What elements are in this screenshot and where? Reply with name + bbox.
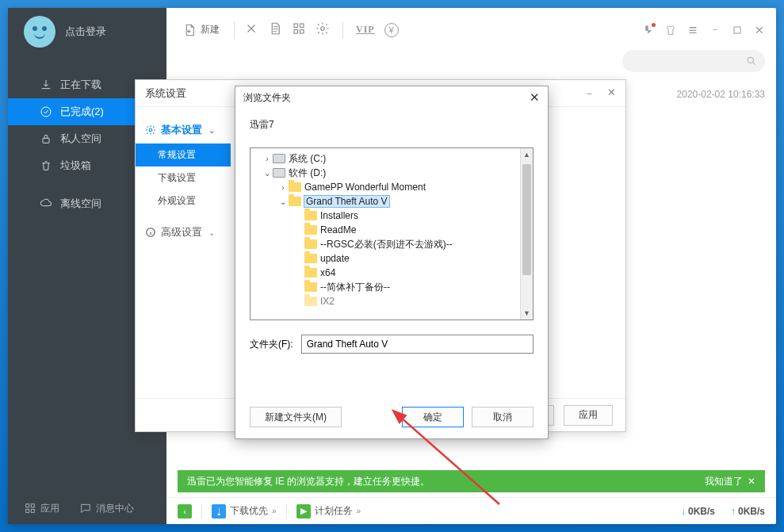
tree-item-rgsc[interactable]: --RGSC必装(否则进不去游戏)-- [250,237,533,251]
svg-point-12 [748,57,753,63]
svg-rect-6 [294,24,298,28]
settings-sub-appearance[interactable]: 外观设置 [136,189,231,212]
download-icon [40,78,52,91]
menu-chevron-icon[interactable]: ≡ [687,25,698,36]
tree-label: --RGSC必装(否则进不去游戏)-- [320,238,453,251]
notification-icon[interactable] [643,25,654,36]
ok-button[interactable]: 确定 [402,407,464,427]
tree-item-gamepp[interactable]: ›GamePP Wonderful Moment [250,180,533,194]
svg-point-0 [41,107,51,117]
svg-rect-9 [300,30,304,34]
chevron-double-icon: » [357,507,361,515]
tree-item-update[interactable]: update [250,251,533,266]
tree-item-cnpatch[interactable]: --简体补丁备份-- [250,280,533,294]
yen-icon[interactable]: ¥ [384,23,399,37]
tree-item-x64[interactable]: x64 [250,266,533,280]
tree-label: Installers [320,210,358,221]
scroll-thumb[interactable] [522,164,531,275]
new-folder-button[interactable]: 新建文件夹(M) [250,407,342,427]
status-bar: ‹ ⭭ 下载优先 » ▶ 计划任务 » ↓0KB/s ↑0KB/s [166,497,776,524]
sidebar-login[interactable]: 点击登录 [8,8,166,55]
file-icon[interactable] [268,21,282,38]
bottom-msg[interactable]: 消息中心 [79,502,134,515]
offline-icon [40,197,52,210]
folder-input[interactable] [301,335,534,354]
bottom-apps[interactable]: 应用 [24,502,59,515]
status-dl-priority[interactable]: ⭭ 下载优先 » [212,504,277,519]
close-icon[interactable]: ✕ [748,476,755,487]
separator [234,21,235,39]
new-button[interactable]: 新建 [178,20,224,40]
speed-down-value: 0KB/s [688,506,715,517]
tree-label: Grand Theft Auto V [304,196,389,207]
collapse-icon[interactable]: ⌄ [277,197,289,206]
search-input[interactable] [622,50,765,72]
expand-icon[interactable]: › [262,155,273,163]
settings-sub-general[interactable]: 常规设置 [136,144,231,166]
tree-item-d[interactable]: ⌄软件 (D:) [250,166,533,180]
tree-label: GamePP Wonderful Moment [304,182,426,193]
settings-sidebar: 基本设置 ⌄ 常规设置 下载设置 外观设置 高级设置 ⌄ [136,107,231,398]
collapse-icon[interactable]: ⌄ [262,169,273,178]
browse-folder-dialog: 浏览文件夹 ✕ 迅雷7 ▲ ▼ ›系统 (C:) ⌄软件 (D:) ›GameP… [235,86,549,439]
tree-item-installers[interactable]: Installers [250,209,533,223]
close-icon[interactable]: ✕ [530,90,540,105]
drive-icon [273,154,285,163]
folder-icon [304,225,317,235]
svg-rect-8 [294,30,298,34]
tree-item-readme[interactable]: ReadMe [250,223,533,237]
dialog-title: 浏览文件夹 [243,91,291,105]
header: 新建 VIP ¥ ≡ － ✕ [166,8,776,52]
status-plan[interactable]: ▶ 计划任务 » [296,504,361,519]
tree-item-more[interactable]: IX2 [250,294,533,308]
tip-ok[interactable]: 我知道了 ✕ [705,475,755,488]
tree-item-c[interactable]: ›系统 (C:) [250,151,533,166]
tip-bar: 迅雷已为您智能修复 IE 的浏览器支持，建立任务更快捷。 我知道了 ✕ [178,470,765,492]
settings-sub-download[interactable]: 下载设置 [136,166,231,189]
bolt-icon: ⭭ [212,504,226,519]
grid-icon[interactable] [292,21,306,38]
tip-text: 迅雷已为您智能修复 IE 的浏览器支持，建立任务更快捷。 [187,475,430,488]
apply-button[interactable]: 应用 [564,405,613,426]
folder-tree[interactable]: ▲ ▼ ›系统 (C:) ⌄软件 (D:) ›GamePP Wonderful … [250,147,534,320]
settings-cat-advanced[interactable]: 高级设置 ⌄ [136,219,231,246]
chat-icon [79,502,92,515]
gear-icon[interactable] [316,21,330,38]
bottom-msg-label: 消息中心 [96,502,134,515]
close-icon[interactable]: ✕ [754,25,765,36]
skin-icon[interactable] [665,25,676,36]
bottom-apps-label: 应用 [40,502,59,515]
tree-label: --简体补丁备份-- [320,281,390,294]
scroll-up-icon[interactable]: ▲ [521,148,533,161]
chevron-double-icon: » [272,507,277,515]
delete-icon[interactable] [244,21,258,38]
file-date: 2020-02-02 10:16:33 [677,89,765,100]
svg-rect-11 [734,27,740,33]
scroll-down-icon[interactable]: ▼ [521,307,533,320]
cancel-button[interactable]: 取消 [472,407,534,427]
folder-icon [304,282,317,292]
lock-icon [40,132,52,145]
status-chip-left[interactable]: ‹ [178,504,192,519]
sidebar-label: 正在下载 [60,78,101,92]
trash-icon [40,159,52,172]
close-icon[interactable]: ✕ [607,86,616,101]
login-label: 点击登录 [65,25,106,39]
status-plan-label: 计划任务 [315,504,353,518]
minimize-icon[interactable]: － [584,86,595,101]
dialog-footer: 新建文件夹(M) 确定 取消 [235,402,548,438]
minimize-icon[interactable]: － [709,25,721,36]
speed-up-value: 0KB/s [738,506,765,517]
check-icon [40,105,52,118]
speed-up: ↑0KB/s [731,506,765,517]
separator [342,21,343,39]
sidebar-label: 私人空间 [60,132,101,146]
tree-item-gta[interactable]: ⌄Grand Theft Auto V [250,194,533,209]
maximize-icon[interactable] [732,25,743,36]
settings-cat-basic[interactable]: 基本设置 ⌄ [136,117,231,144]
chevron-down-icon: ⌄ [208,126,215,135]
vip-icon[interactable]: VIP [356,24,375,36]
expand-icon[interactable]: › [277,183,289,192]
cat-label: 基本设置 [161,123,202,137]
tip-ok-label: 我知道了 [705,475,743,488]
